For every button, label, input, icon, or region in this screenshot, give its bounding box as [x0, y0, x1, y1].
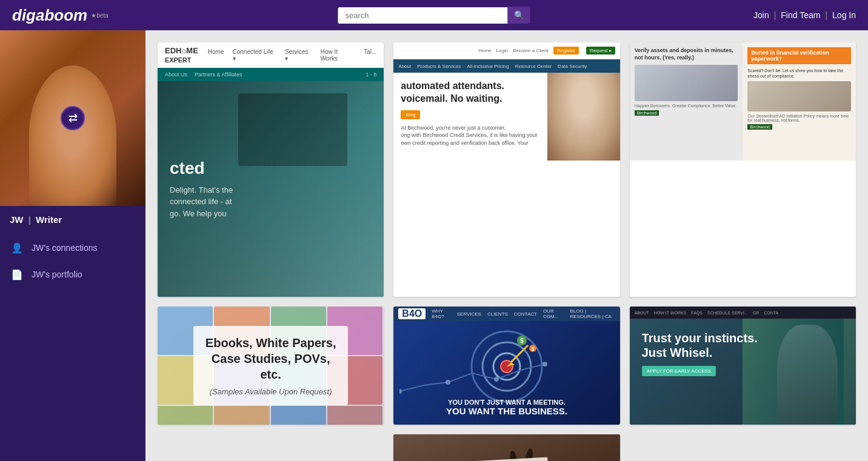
connections-link[interactable]: 👤 JW's connections	[0, 234, 145, 261]
separator-1: |	[774, 10, 776, 20]
financial-left: Verify assets and deposits in minutes, n…	[630, 42, 743, 161]
top-nav-right: Join | Find Team | Log In	[753, 10, 856, 20]
join-link[interactable]: Join	[753, 10, 769, 20]
bao-thumbnail: B4O WHY B4O? SERVICES CLIENTS CONTACT OU…	[393, 307, 619, 425]
whisel-thumbnail: ABOUT HOW IT WORKS FAQS SCHEDULE SERVI..…	[630, 307, 856, 425]
edhome-hero-text: cted	[170, 159, 233, 178]
writing-thumbnail	[393, 434, 619, 461]
bao-tagline: YOU DON'T JUST WANT A MEETING. YOU WANT …	[393, 399, 619, 416]
bao-tagline-top: YOU DON'T JUST WANT A MEETING.	[393, 399, 619, 406]
ebooks-subtext: (Samples Available Upon Request)	[205, 387, 336, 396]
financial-right: Buried in financial verification paperwo…	[743, 42, 856, 161]
login-link[interactable]: Log In	[832, 10, 856, 20]
user-role: Writer	[36, 214, 62, 225]
edhome-hero: cted Delight. That's theconnected life -…	[158, 81, 384, 297]
sidebar: ⇄ JW | Writer 👤 JW's connections 📄 JW's …	[0, 30, 145, 461]
edhome-nav-items: Home Connected Life ▾ Services ▾ How It …	[208, 48, 377, 62]
search-area: 🔍	[338, 7, 530, 24]
portfolio-label: JW's portfolio	[32, 270, 82, 279]
profile-image-area: ⇄	[0, 30, 145, 206]
financial-logo-left: Birchwood	[635, 110, 659, 116]
beta-label: ★beta	[91, 12, 108, 19]
financial-left-image	[635, 65, 738, 101]
portfolio-item-ebooks[interactable]: Ebooks, White Papers,Case Studies, POVs,…	[158, 307, 384, 425]
portfolio-grid: EDH⌂MEEXPERT Home Connected Life ▾ Servi…	[158, 42, 856, 461]
birchwood-subnav: About Products & Services All-Inclusive …	[393, 59, 619, 73]
username: JW | Writer	[10, 214, 136, 225]
financial-logo-right: Birchwood	[747, 124, 772, 130]
portfolio-icon: 📄	[10, 267, 24, 282]
birchwood-headline: automated attendants.voicemail. No waiti…	[401, 80, 539, 105]
portfolio-item-bao[interactable]: B4O WHY B4O? SERVICES CLIENTS CONTACT OU…	[393, 307, 619, 425]
bao-tagline-bottom: YOU WANT THE BUSINESS.	[393, 406, 619, 416]
find-team-link[interactable]: Find Team	[781, 10, 820, 20]
birchwood-cta: Blog	[401, 110, 420, 119]
edhome-subnav: About Us Partners & Affiliates 1 - 8	[158, 68, 384, 81]
birchwood-nav: Home Login Become a Client Register Requ…	[393, 42, 619, 59]
writing-background	[393, 434, 619, 461]
brand-name: digaboom	[12, 6, 87, 25]
edhome-nav: EDH⌂MEEXPERT Home Connected Life ▾ Servi…	[158, 42, 384, 68]
svg-point-13	[542, 362, 547, 366]
ebooks-headline: Ebooks, White Papers,Case Studies, POVs,…	[205, 335, 336, 382]
svg-point-10	[399, 389, 402, 394]
portfolio-item-financial[interactable]: Verify assets and deposits in minutes, n…	[630, 42, 856, 297]
whisel-headline: Trust your instincts.Just Whisel.	[642, 331, 758, 360]
svg-text:$: $	[531, 346, 534, 352]
financial-orange-header: Buried in financial verification paperwo…	[747, 47, 851, 64]
portfolio-item-whisel[interactable]: ABOUT HOW IT WORKS FAQS SCHEDULE SERVI..…	[630, 307, 856, 425]
connections-label: JW's connections	[32, 243, 98, 253]
svg-text:$: $	[520, 337, 524, 344]
main-layout: ⇄ JW | Writer 👤 JW's connections 📄 JW's …	[0, 30, 868, 461]
bao-nav: B4O WHY B4O? SERVICES CLIENTS CONTACT OU…	[393, 307, 619, 321]
top-navigation: digaboom ★beta 🔍 Join | Find Team | Log …	[0, 0, 868, 30]
separator-2: |	[825, 10, 827, 20]
birchwood-person	[547, 73, 620, 161]
financial-thumbnail: Verify assets and deposits in minutes, n…	[630, 42, 856, 161]
edhome-thumbnail: EDH⌂MEEXPERT Home Connected Life ▾ Servi…	[158, 42, 384, 297]
birchwood-thumbnail: Home Login Become a Client Register Requ…	[393, 42, 619, 161]
financial-grid: Verify assets and deposits in minutes, n…	[630, 42, 856, 161]
edhome-logo: EDH⌂MEEXPERT	[165, 46, 198, 64]
search-button[interactable]: 🔍	[508, 7, 530, 24]
birchwood-text: automated attendants.voicemail. No waiti…	[393, 73, 547, 161]
portfolio-item-birchwood[interactable]: Home Login Become a Client Register Requ…	[393, 42, 619, 297]
whisel-nav: ABOUT HOW IT WORKS FAQS SCHEDULE SERVI..…	[630, 307, 856, 319]
financial-left-title: Verify assets and deposits in minutes, n…	[635, 47, 738, 61]
svg-point-12	[494, 377, 499, 382]
birchwood-person-image	[547, 73, 620, 161]
bao-hero: $ $ YOU DON'T JUS	[393, 321, 619, 425]
edhome-hero-sub: Delight. That's theconnected life - atgo…	[170, 184, 233, 220]
swap-profile-button[interactable]: ⇄	[61, 106, 85, 130]
search-input[interactable]	[338, 7, 508, 24]
logo[interactable]: digaboom ★beta	[12, 6, 109, 25]
portfolio-link[interactable]: 📄 JW's portfolio	[0, 261, 145, 288]
bao-line-chart	[399, 361, 557, 397]
portfolio-item-writing[interactable]	[393, 434, 619, 461]
sidebar-nav: 👤 JW's connections 📄 JW's portfolio	[0, 230, 145, 293]
ebooks-text-overlay: Ebooks, White Papers,Case Studies, POVs,…	[193, 326, 349, 405]
financial-right-image	[747, 81, 851, 111]
whisel-hero: Trust your instincts.Just Whisel. APPLY …	[630, 319, 856, 425]
main-content: EDH⌂MEEXPERT Home Connected Life ▾ Servi…	[145, 30, 868, 461]
ebooks-thumbnail: Ebooks, White Papers,Case Studies, POVs,…	[158, 307, 384, 425]
birchwood-subtext: At Birchwood, you're never just a custom…	[401, 124, 539, 147]
portfolio-item-edhome[interactable]: EDH⌂MEEXPERT Home Connected Life ▾ Servi…	[158, 42, 384, 297]
whisel-cta-button: APPLY FOR EARLY ACCESS	[642, 366, 716, 376]
bao-logo: B4O	[398, 308, 426, 319]
user-info: JW | Writer	[0, 206, 145, 230]
birchwood-hero: automated attendants.voicemail. No waiti…	[393, 73, 619, 161]
svg-point-11	[446, 380, 450, 385]
connections-icon: 👤	[10, 240, 24, 255]
svg-line-4	[511, 345, 528, 362]
